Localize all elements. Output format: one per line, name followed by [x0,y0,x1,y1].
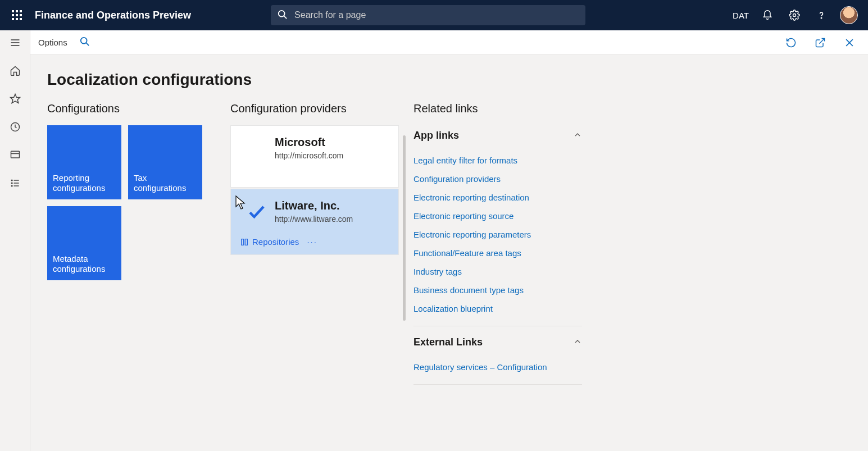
providers-list: Microsoft http://microsoft.com [230,125,399,255]
nav-rail [0,30,30,451]
link-item[interactable]: Industry tags [413,262,582,281]
svg-point-9 [279,11,285,17]
search-input[interactable] [271,5,585,25]
link-item[interactable]: Localization blueprint [413,299,582,318]
hamburger-icon[interactable] [8,36,22,49]
link-item[interactable]: Configuration providers [413,170,582,188]
svg-rect-3 [12,14,14,16]
svg-point-11 [793,14,796,17]
link-item[interactable]: Electronic reporting parameters [413,225,582,244]
svg-line-28 [819,38,824,43]
avatar[interactable] [840,6,858,24]
app-links-header[interactable]: App links [413,125,582,147]
popout-icon[interactable] [812,34,829,51]
external-links-title: External Links [413,336,483,348]
notifications-icon[interactable] [759,7,776,24]
help-icon[interactable] [813,7,830,24]
provider-url: http://microsoft.com [275,151,343,160]
external-links-header[interactable]: External Links [413,332,582,353]
link-item[interactable]: Legal entity filter for formats [413,151,582,170]
app-links-title: App links [413,130,459,142]
recent-icon[interactable] [8,120,22,134]
provider-url: http://www.litware.com [275,215,353,224]
workspaces-icon[interactable] [8,148,22,162]
close-icon[interactable] [841,34,858,51]
provider-card-litware[interactable]: Litware, Inc. http://www.litware.com Rep… [230,189,399,255]
chevron-up-icon [573,337,582,348]
repositories-button[interactable]: Repositories [240,237,299,247]
svg-rect-1 [16,10,18,12]
svg-rect-0 [12,10,14,12]
svg-line-10 [284,16,287,19]
provider-card-microsoft[interactable]: Microsoft http://microsoft.com [230,125,399,188]
link-item[interactable]: Business document type tags [413,281,582,299]
provider-name: Microsoft [275,136,343,149]
svg-point-12 [821,17,821,18]
svg-point-24 [11,185,12,186]
tile-metadata-configurations[interactable]: Metadata configurations [47,206,121,280]
home-icon[interactable] [8,64,22,78]
app-launcher-icon[interactable] [4,3,29,28]
svg-rect-7 [16,18,18,20]
link-item[interactable]: Electronic reporting destination [413,188,582,207]
more-icon[interactable]: ··· [307,237,317,247]
svg-rect-4 [16,14,18,16]
top-bar: Finance and Operations Preview DAT [0,0,868,30]
link-item[interactable]: Electronic reporting source [413,207,582,225]
tile-tax-configurations[interactable]: Tax configurations [128,125,202,199]
search-wrap [271,5,585,25]
page-search-icon[interactable] [80,37,90,49]
svg-point-20 [11,180,12,181]
configurations-tiles: Reporting configurations Tax configurati… [47,125,216,280]
check-icon [246,199,268,224]
modules-icon[interactable] [8,176,22,190]
app-title: Finance and Operations Preview [35,10,191,21]
chevron-up-icon [573,130,582,142]
scrollbar[interactable] [403,135,406,321]
tile-reporting-configurations[interactable]: Reporting configurations [47,125,121,199]
svg-rect-18 [11,151,19,158]
content: Localization configurations Configuratio… [30,55,868,451]
svg-rect-6 [12,18,14,20]
link-item[interactable]: Functional/Feature area tags [413,244,582,262]
related-col: Related links App links Legal entity fil… [413,102,582,390]
providers-header: Configuration providers [230,102,399,115]
app-links-list: Legal entity filter for formats Configur… [413,147,582,326]
tile-label: Metadata configurations [53,254,116,275]
svg-point-26 [81,37,87,43]
legal-entity[interactable]: DAT [733,11,749,20]
repositories-label: Repositories [252,237,299,247]
tile-label: Tax configurations [134,173,197,194]
providers-col: Configuration providers Microsoft http:/… [230,102,399,390]
options-button[interactable]: Options [38,38,67,47]
favorites-icon[interactable] [8,92,22,106]
svg-rect-2 [20,10,22,12]
svg-point-22 [11,183,12,184]
related-header: Related links [413,102,582,115]
header-right: DAT [733,6,858,24]
provider-name: Litware, Inc. [275,199,353,212]
svg-rect-5 [20,14,22,16]
gear-icon[interactable] [786,7,803,24]
link-item[interactable]: Regulatory services – Configuration [413,358,582,376]
svg-line-27 [86,43,89,45]
svg-rect-8 [20,18,22,20]
action-bar: Options [30,30,868,55]
configurations-header: Configurations [47,102,216,115]
external-links-list: Regulatory services – Configuration [413,353,582,385]
refresh-icon[interactable] [783,34,799,51]
search-icon [278,10,288,22]
configurations-col: Configurations Reporting configurations … [47,102,216,390]
svg-marker-16 [10,94,20,103]
page-title: Localization configurations [47,71,851,89]
tile-label: Reporting configurations [53,173,116,194]
main: Options Localization configurations [30,30,868,451]
